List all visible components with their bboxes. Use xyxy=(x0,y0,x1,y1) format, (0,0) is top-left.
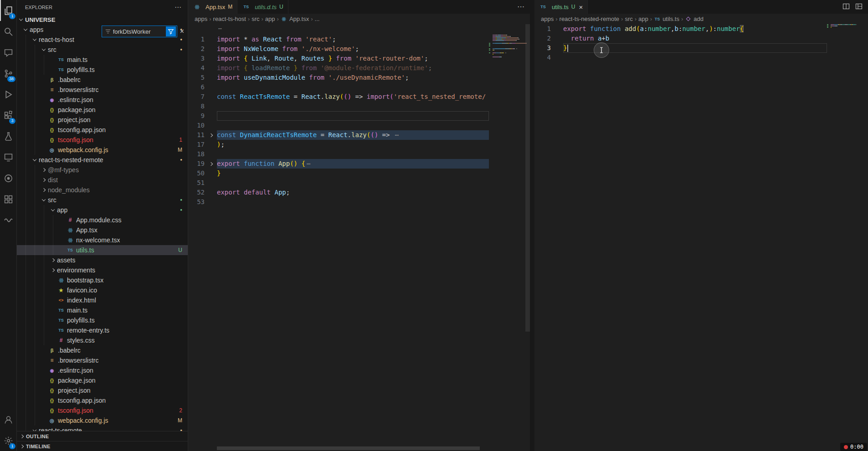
tree-item-assets[interactable]: assets xyxy=(17,255,188,265)
tree-item-tsconfig-json[interactable]: {}tsconfig.json1 xyxy=(17,135,188,145)
breadcrumb-item[interactable]: apps xyxy=(541,15,554,22)
tree-item-environments[interactable]: environments xyxy=(17,265,188,275)
code-line[interactable]: 18 xyxy=(188,149,489,159)
code-editor-left[interactable]: ⋯ 1import * as React from 'react';2impor… xyxy=(188,24,530,451)
tab-utils-d-ts[interactable]: TSutils.d.tsU xyxy=(237,0,288,14)
code-line[interactable]: 7const ReactTsRemote = React.lazy(() => … xyxy=(188,92,489,102)
close-icon[interactable]: × xyxy=(579,3,583,11)
breadcrumb-item[interactable]: react-ts-nested-remote xyxy=(560,15,620,22)
tab-utils-ts[interactable]: TSutils.tsU× xyxy=(534,0,588,14)
source-control-icon[interactable]: 38 xyxy=(0,63,16,84)
tree-item-browserslistrc[interactable]: ≡.browserslistrc xyxy=(17,355,188,365)
code-line[interactable]: 6 xyxy=(188,82,489,92)
nx-console-icon[interactable] xyxy=(0,168,16,189)
console-ninja-icon[interactable] xyxy=(0,210,16,231)
remote-explorer-icon[interactable] xyxy=(0,147,16,168)
code-line[interactable]: 50} xyxy=(188,169,489,178)
tree-item-src[interactable]: src● xyxy=(17,45,188,55)
code-line[interactable]: 9 xyxy=(188,111,489,121)
breadcrumb-item[interactable]: TSutils.ts xyxy=(654,15,679,23)
code-line[interactable]: 10 xyxy=(188,121,489,130)
tree-item-webpack-config-js[interactable]: ◎webpack.config.jsM xyxy=(17,415,188,425)
code-line[interactable]: 52export default App; xyxy=(188,188,489,197)
fold-chevron-icon[interactable] xyxy=(205,159,217,169)
filter-close-icon[interactable]: × xyxy=(180,27,184,36)
tree-item-utils-ts[interactable]: TSutils.tsU xyxy=(17,245,188,255)
workspace-root[interactable]: UNIVERSE xyxy=(17,15,188,25)
breadcrumb-item[interactable]: apps xyxy=(195,15,207,22)
tree-item-styles-css[interactable]: #styles.css xyxy=(17,335,188,345)
tree-item-eslintrc-json[interactable]: ◉.eslintrc.json xyxy=(17,365,188,375)
code-line[interactable]: 3import { Link, Route, Routes } from 're… xyxy=(188,54,489,63)
tree-item-remote-entry-ts[interactable]: TSremote-entry.ts xyxy=(17,325,188,335)
code-line[interactable]: 51 xyxy=(188,178,489,188)
tree-item-tsconfig-app-json[interactable]: {}tsconfig.app.json xyxy=(17,395,188,405)
code-area[interactable]: 1import * as React from 'react';2import … xyxy=(188,35,489,451)
tree-item-project-json[interactable]: {}project.json xyxy=(17,115,188,125)
code-line[interactable]: 11const DynamicReactTsRemote = React.laz… xyxy=(188,130,489,140)
explorer-icon[interactable]: 1 xyxy=(0,0,16,21)
tree-item-nx-welcome-tsx[interactable]: nx-welcome.tsx xyxy=(17,235,188,245)
code-editor-right[interactable]: 1export function add(a:number,b:number,)… xyxy=(534,24,868,451)
search-icon[interactable] xyxy=(0,21,16,42)
extensions-icon[interactable]: 3 xyxy=(0,105,16,126)
tree-item-src[interactable]: src● xyxy=(17,195,188,205)
tree-item-tsconfig-json[interactable]: {}tsconfig.json2 xyxy=(17,405,188,415)
tree-item-main-ts[interactable]: TSmain.ts xyxy=(17,55,188,65)
code-line[interactable]: 4import { loadRemote } from '@module-fed… xyxy=(188,63,489,73)
tree-item-react-ts-nested-remote[interactable]: react-ts-nested-remote● xyxy=(17,155,188,165)
tree-item-package-json[interactable]: {}package.json xyxy=(17,375,188,385)
breadcrumb-item[interactable]: app xyxy=(265,15,275,22)
settings-icon[interactable]: 1 xyxy=(0,430,16,451)
vertical-scrollbar[interactable] xyxy=(525,24,530,332)
accounts-icon[interactable] xyxy=(0,409,16,430)
code-line[interactable]: 19export function App() {⋯ xyxy=(188,159,489,169)
tree-item-app[interactable]: app● xyxy=(17,205,188,215)
code-line[interactable]: 53 xyxy=(188,197,489,207)
tree-item-polyfills-ts[interactable]: TSpolyfills.ts xyxy=(17,65,188,75)
tree-item-dist[interactable]: dist xyxy=(17,175,188,185)
testing-icon[interactable] xyxy=(0,126,16,147)
code-line[interactable]: 2 return a+b xyxy=(534,34,827,43)
timeline-section[interactable]: TIMELINE xyxy=(17,441,188,451)
split-editor-icon[interactable] xyxy=(842,3,850,11)
tree-item-tsconfig-app-json[interactable]: {}tsconfig.app.json xyxy=(17,125,188,135)
more-actions-icon[interactable]: ⋯ xyxy=(175,3,181,11)
minimap[interactable] xyxy=(827,24,863,451)
tree-item-polyfills-ts[interactable]: TSpolyfills.ts xyxy=(17,315,188,325)
code-line[interactable]: 2import NxWelcome from './nx-welcome'; xyxy=(188,44,489,54)
breadcrumb-item[interactable]: add xyxy=(685,15,704,23)
tree-item-project-json[interactable]: {}project.json xyxy=(17,385,188,395)
project-grid-icon[interactable] xyxy=(0,189,16,210)
tree-filter-input[interactable] xyxy=(113,28,164,35)
tree-item-app-module-css[interactable]: #App.module.css xyxy=(17,215,188,225)
breadcrumb-item[interactable]: App.tsx xyxy=(281,15,309,23)
tree-item-favicon-ico[interactable]: ★favicon.ico xyxy=(17,285,188,295)
tree-item-package-json[interactable]: {}package.json xyxy=(17,105,188,115)
tree-item-index-html[interactable]: <>index.html xyxy=(17,295,188,305)
run-and-debug-icon[interactable] xyxy=(0,84,16,105)
copilot-chat-icon[interactable] xyxy=(0,42,16,63)
code-line[interactable]: 1import * as React from 'react'; xyxy=(188,35,489,44)
outline-section[interactable]: OUTLINE xyxy=(17,431,188,441)
fold-chevron-icon[interactable] xyxy=(205,130,217,140)
tree-item-babelrc[interactable]: β.babelrc xyxy=(17,75,188,85)
breadcrumb-item[interactable]: app xyxy=(638,15,648,22)
tree-item-browserslistrc[interactable]: ≡.browserslistrc xyxy=(17,85,188,95)
tree-item-babelrc[interactable]: β.babelrc xyxy=(17,345,188,355)
tab-app-tsx[interactable]: App.tsxM xyxy=(188,0,237,14)
breadcrumb-item[interactable]: ... xyxy=(315,15,320,22)
tree-item-bootstrap-tsx[interactable]: bootstrap.tsx xyxy=(17,275,188,285)
code-line[interactable]: 5import useDynamicModule from './useDyna… xyxy=(188,73,489,82)
tree-item-eslintrc-json[interactable]: ◉.eslintrc.json xyxy=(17,95,188,105)
code-line[interactable]: 1export function add(a:number,b:number,)… xyxy=(534,24,827,34)
tree-item-main-ts[interactable]: TSmain.ts xyxy=(17,305,188,315)
tree-item-mf-types[interactable]: @mf-types xyxy=(17,165,188,175)
layout-icon[interactable] xyxy=(855,3,863,11)
code-line[interactable]: 8 xyxy=(188,102,489,111)
tree-item-node-modules[interactable]: node_modules xyxy=(17,185,188,195)
minimap[interactable] xyxy=(489,35,525,451)
breadcrumb-item[interactable]: src xyxy=(625,15,632,22)
code-line[interactable]: 17); xyxy=(188,140,489,149)
breadcrumb-item[interactable]: src xyxy=(252,15,259,22)
